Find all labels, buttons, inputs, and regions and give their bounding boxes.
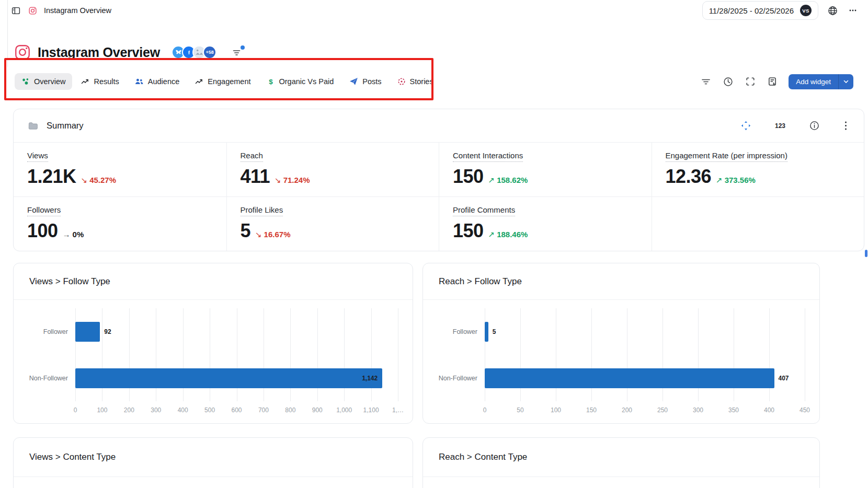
x-axis-tick: 250 bbox=[657, 406, 668, 414]
chart-card-reach-follow-type: Reach > Follow Type FollowerNon-Follower… bbox=[422, 263, 820, 424]
charts-row: Views > Follow Type FollowerNon-Follower… bbox=[13, 263, 868, 424]
summary-widget: Summary 123 Views1.21K↘45.27%Reach41 bbox=[13, 109, 864, 251]
drag-move-icon[interactable] bbox=[740, 120, 752, 132]
metric-label: Reach bbox=[241, 151, 263, 162]
x-axis-tick: 600 bbox=[231, 406, 242, 414]
delta-percent: 16.67% bbox=[264, 230, 291, 239]
chart-title: Reach > Follow Type bbox=[423, 263, 819, 299]
x-axis-tick: 350 bbox=[728, 406, 739, 414]
trend-icon bbox=[195, 77, 203, 86]
chart-card-views-follow-type: Views > Follow Type FollowerNon-Follower… bbox=[13, 263, 413, 424]
filter-icon[interactable] bbox=[700, 77, 712, 87]
tab-overview[interactable]: Overview bbox=[15, 73, 72, 90]
add-widget-chevron[interactable] bbox=[838, 74, 853, 89]
metric-value: 150 bbox=[453, 222, 484, 240]
more-options-icon[interactable] bbox=[847, 5, 859, 16]
metric-value: 150 bbox=[453, 167, 484, 186]
instagram-icon bbox=[28, 6, 38, 16]
x-axis: 050100150200250300350400450 bbox=[485, 406, 805, 419]
history-clock-icon[interactable] bbox=[722, 76, 734, 88]
tab-results[interactable]: Results bbox=[74, 73, 125, 90]
metric-reach: Reach411↘71.24% bbox=[226, 143, 439, 196]
scrollbar-thumb[interactable] bbox=[865, 250, 867, 257]
x-axis-tick: 400 bbox=[178, 406, 188, 414]
x-axis-tick: 50 bbox=[517, 406, 523, 414]
notification-dot bbox=[241, 45, 245, 50]
category-label: Follower bbox=[18, 308, 75, 355]
widget-id-badge: 123 bbox=[775, 122, 785, 130]
metric-value: 100 bbox=[27, 222, 58, 240]
tab-stories[interactable]: Stories bbox=[391, 73, 440, 90]
charts-row-2: Views > Content Type Reach > Content Typ… bbox=[13, 437, 868, 488]
x-axis-tick: 0 bbox=[74, 406, 77, 414]
export-report-icon[interactable] bbox=[767, 76, 778, 87]
delta-percent: 45.27% bbox=[89, 176, 116, 184]
instagram-icon-large bbox=[14, 43, 31, 61]
bar-value-label: 1,142 bbox=[362, 375, 378, 382]
metric-delta: ↗188.46% bbox=[488, 230, 528, 240]
divider bbox=[14, 477, 413, 477]
add-widget-button[interactable]: Add widget bbox=[789, 74, 853, 89]
bar-plot-area: 5407 bbox=[485, 308, 805, 401]
add-widget-label[interactable]: Add widget bbox=[789, 74, 838, 89]
tab-label: Overview bbox=[34, 77, 65, 86]
metric-value: 5 bbox=[241, 222, 251, 240]
tab-label: Engagement bbox=[208, 77, 250, 86]
tab-organic-vs-paid[interactable]: $Organic Vs Paid bbox=[260, 73, 341, 90]
metric-content-interactions: Content Interactions150↗158.62% bbox=[439, 143, 652, 196]
metric-label: Content Interactions bbox=[453, 151, 523, 162]
category-label: Non-Follower bbox=[427, 355, 485, 401]
metric-value: 1.21K bbox=[27, 167, 76, 186]
delta-arrow-flat-icon: → bbox=[63, 230, 71, 239]
tab-audience[interactable]: Audience bbox=[128, 73, 186, 90]
compare-vs-badge[interactable]: VS bbox=[800, 5, 812, 16]
metric-delta: ↘71.24% bbox=[275, 176, 310, 186]
dashboard-tabbar: OverviewResultsAudienceEngagement$Organi… bbox=[15, 70, 853, 93]
trend-icon bbox=[81, 77, 89, 86]
delta-arrow-up-icon: ↗ bbox=[716, 176, 723, 185]
metric-profile-comments: Profile Comments150↗188.46% bbox=[439, 196, 652, 251]
metric-label: Profile Comments bbox=[453, 205, 515, 216]
summary-title: Summary bbox=[47, 121, 733, 131]
metric-views: Views1.21K↘45.27% bbox=[14, 143, 226, 196]
paper-plane-icon bbox=[349, 77, 358, 86]
sidebar-toggle-icon[interactable] bbox=[10, 5, 21, 16]
chart-title: Views > Content Type bbox=[14, 438, 413, 477]
svg-text:f: f bbox=[188, 50, 190, 55]
metric-delta: ↘16.67% bbox=[255, 230, 290, 240]
metric-empty-cell bbox=[652, 196, 864, 251]
globe-icon[interactable] bbox=[827, 5, 839, 17]
more-profiles-badge[interactable]: +58 bbox=[203, 45, 216, 59]
x-axis-tick: 800 bbox=[285, 406, 295, 414]
people-icon bbox=[135, 77, 144, 86]
info-icon[interactable] bbox=[808, 120, 820, 132]
x-axis-tick: 0 bbox=[483, 406, 487, 414]
collapsed-sidebar-edge bbox=[7, 0, 8, 67]
chart-card-reach-content-type: Reach > Content Type bbox=[422, 437, 820, 488]
svg-text:$: $ bbox=[269, 78, 273, 86]
fullscreen-icon[interactable] bbox=[745, 76, 756, 87]
stories-icon bbox=[397, 77, 406, 86]
connected-profiles: f +58 bbox=[172, 45, 216, 59]
tab-label: Audience bbox=[148, 77, 179, 86]
divider bbox=[423, 477, 819, 477]
kebab-menu-icon[interactable] bbox=[843, 120, 848, 132]
tab-label: Results bbox=[94, 77, 119, 86]
metric-profile-likes: Profile Likes5↘16.67% bbox=[226, 196, 439, 251]
bar-value-label: 407 bbox=[779, 375, 789, 382]
bar-follower bbox=[485, 322, 488, 342]
tab-label: Stories bbox=[410, 77, 433, 86]
date-range-picker[interactable]: 11/28/2025 - 02/25/2026 VS bbox=[702, 1, 818, 20]
metric-engagement-rate-per-impression: Engagement Rate (per impression)12.36↗37… bbox=[652, 143, 864, 196]
tab-engagement[interactable]: Engagement bbox=[188, 73, 257, 90]
date-range-value: 11/28/2025 - 02/25/2026 bbox=[709, 6, 794, 15]
x-axis-tick: 300 bbox=[151, 406, 161, 414]
delta-arrow-down-icon: ↘ bbox=[255, 230, 262, 239]
profile-filter-icon[interactable] bbox=[231, 48, 242, 57]
tab-label: Posts bbox=[362, 77, 381, 86]
delta-percent: 188.46% bbox=[497, 230, 528, 239]
metric-delta: ↗373.56% bbox=[716, 176, 756, 186]
tab-posts[interactable]: Posts bbox=[342, 73, 388, 90]
delta-percent: 373.56% bbox=[725, 176, 756, 184]
doc-title: Instagram Overview bbox=[44, 6, 111, 15]
